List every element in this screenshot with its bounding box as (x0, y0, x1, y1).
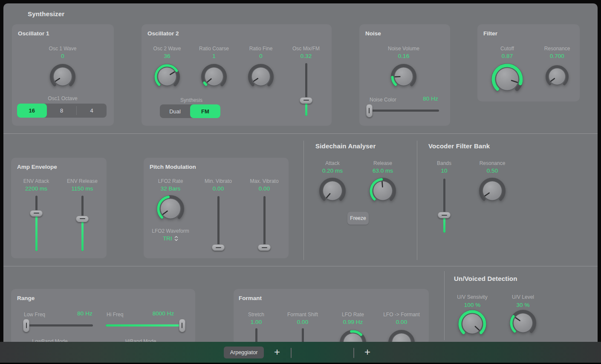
osc1-octave-segmented: 16 8 4 (17, 104, 107, 118)
hi-freq-slider[interactable] (102, 318, 188, 332)
osc1-octave-16-button[interactable]: 16 (17, 104, 47, 118)
synthesizer-panel: Synthesizer Oscillator 1 Osc 1 Wave 0 Os… (3, 3, 598, 363)
pitch-modulation-title: Pitch Modulation (150, 164, 196, 170)
ratio-coarse-knob[interactable] (201, 64, 227, 90)
noise-color-value: 80 Hz (411, 95, 450, 102)
sidechain-title: Sidechain Analyser (315, 142, 376, 150)
formant-title: Formant (239, 295, 262, 301)
vocoder-resonance-knob[interactable] (479, 178, 506, 204)
filter-title: Filter (483, 30, 497, 37)
sidechain-left-divider (303, 141, 304, 260)
plugin-strip-bar: Arpeggiator + EVOC 20 PolySynth + (0, 342, 601, 363)
min-vibrato-slider[interactable] (211, 192, 225, 253)
filter-resonance-knob[interactable] (546, 65, 569, 88)
sc-release-value: 63.0 ms (351, 168, 415, 174)
ratio-fine-knob[interactable] (248, 64, 274, 90)
synthesis-fm-button[interactable]: FM (190, 104, 220, 118)
hi-freq-label: Hi Freq (107, 312, 123, 318)
osc1-octave-label: Osc1 Octave (31, 95, 95, 101)
max-vibrato-value: 0.00 (232, 185, 296, 192)
noise-color-slider[interactable] (363, 104, 442, 117)
uv-level-label: U/V Level (491, 294, 555, 300)
amp-envelope-card (11, 158, 107, 258)
osc-mix-slider[interactable] (299, 59, 313, 120)
env-release-label: ENV Release (50, 178, 114, 184)
osc1-octave-8-button[interactable]: 8 (47, 104, 77, 118)
bar-separator (353, 348, 354, 358)
bands-slider[interactable] (437, 175, 451, 237)
hi-freq-value: 8000 Hz (144, 310, 182, 317)
bar-separator (291, 348, 292, 358)
synthesis-dual-button[interactable]: Dual (160, 104, 190, 118)
row-divider-top (3, 133, 598, 134)
noise-volume-value: 0.16 (372, 53, 436, 59)
vocoder-resonance-label: Resonance (460, 160, 524, 166)
uv-sensitivity-knob[interactable] (458, 310, 486, 338)
range-title: Range (17, 295, 35, 301)
oscillator2-title: Oscillator 2 (147, 30, 179, 37)
lfo2-waveform-value: TRI (163, 235, 172, 242)
osc1-wave-knob[interactable] (50, 64, 75, 90)
low-freq-value: 80 Hz (66, 310, 104, 317)
lfo2-rate-knob[interactable] (157, 195, 184, 222)
osc1-wave-label: Osc 1 Wave (31, 46, 95, 52)
noise-title: Noise (365, 30, 381, 37)
max-vibrato-slider[interactable] (257, 192, 271, 253)
uv-level-value: 30 % (491, 302, 555, 308)
osc1-octave-4-button[interactable]: 4 (77, 104, 107, 118)
sc-attack-knob[interactable] (319, 178, 346, 204)
oscillator1-title: Oscillator 1 (18, 30, 49, 37)
lfo2-waveform-dropdown[interactable]: TRI (139, 235, 202, 242)
panel-title: Synthesizer (28, 10, 64, 17)
osc-mix-label: Osc Mix/FM (274, 46, 338, 52)
row-divider-bottom (3, 266, 598, 266)
add-plugin-right-button[interactable]: + (362, 345, 373, 359)
filter-resonance-value: 0.700 (525, 53, 589, 59)
cutoff-knob[interactable] (491, 64, 523, 95)
synthesis-label: Synthesis (159, 97, 223, 103)
uv-level-knob[interactable] (510, 310, 536, 336)
env-release-slider[interactable] (75, 192, 89, 255)
filter-resonance-label: Resonance (525, 46, 589, 52)
lfo-to-formant-label: LFO -> Formant (370, 312, 433, 318)
max-vibrato-label: Max. Vibrato (232, 178, 296, 184)
amp-envelope-title: Amp Envelope (17, 164, 57, 170)
env-attack-slider[interactable] (29, 192, 43, 255)
noise-volume-knob[interactable] (391, 64, 416, 90)
noise-volume-label: Noise Volume (372, 46, 436, 52)
add-plugin-left-button[interactable]: + (272, 345, 283, 359)
vocoder-title: Vocoder Filter Bank (428, 142, 490, 150)
arpeggiator-button[interactable]: Arpeggiator (224, 347, 264, 358)
osc1-wave-value: 0 (31, 53, 95, 59)
osc2-wave-knob[interactable] (154, 64, 180, 90)
unvoiced-title: Un/Voiced Detection (454, 275, 517, 282)
low-freq-slider[interactable] (20, 318, 96, 332)
vocoder-resonance-value: 0.50 (460, 168, 524, 174)
plugin-window: Synthesizer Oscillator 1 Osc 1 Wave 0 Os… (0, 0, 601, 364)
sc-release-label: Release (351, 160, 415, 166)
noise-color-label: Noise Color (370, 97, 396, 103)
synthesis-segmented: Dual FM (160, 104, 220, 118)
lfo-to-formant-value: 0.00 (370, 319, 433, 325)
low-freq-label: Low Freq (24, 312, 45, 318)
vocoder-left-divider (417, 141, 417, 260)
osc-mix-value: 0.32 (274, 53, 338, 59)
env-release-value: 1150 ms (50, 185, 114, 192)
updown-chevron-icon (174, 236, 178, 241)
sc-release-knob[interactable] (370, 178, 396, 204)
lfo2-waveform-label: LFO2 Waveform (139, 228, 202, 234)
freeze-button[interactable]: Freeze (347, 212, 369, 225)
